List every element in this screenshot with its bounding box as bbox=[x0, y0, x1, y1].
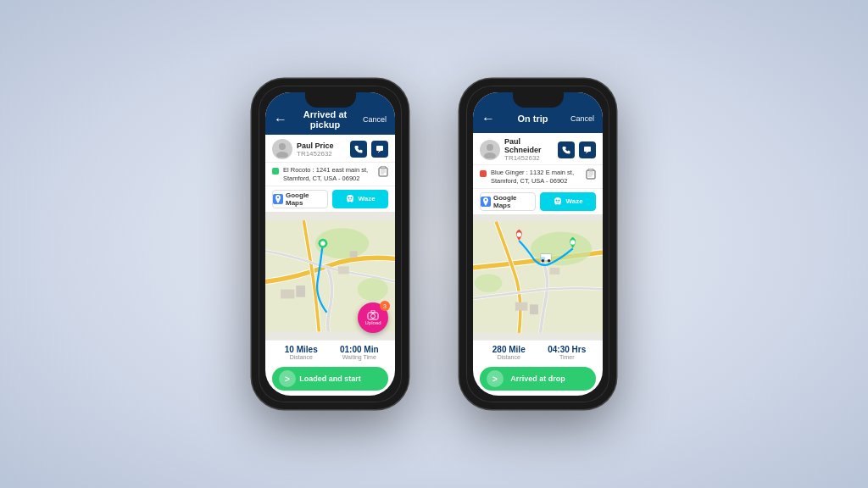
svg-rect-2 bbox=[376, 146, 383, 151]
user-actions-1 bbox=[350, 141, 388, 158]
distance-stat-1: 10 Miles Distance bbox=[272, 345, 331, 360]
user-name-1: Paul Price bbox=[297, 141, 350, 150]
google-maps-button-2[interactable]: Google Maps bbox=[480, 192, 536, 211]
svg-point-16 bbox=[358, 278, 388, 301]
svg-rect-20 bbox=[350, 251, 358, 257]
svg-point-27 bbox=[484, 152, 496, 158]
upload-button-1[interactable]: 3 Upload bbox=[358, 302, 388, 333]
svg-rect-45 bbox=[550, 267, 560, 274]
action-button-2[interactable]: > Arrived at drop bbox=[480, 367, 596, 391]
svg-point-50 bbox=[542, 258, 545, 262]
clipboard-icon-2 bbox=[586, 169, 596, 182]
trip-id-1: TR1452632 bbox=[297, 150, 350, 158]
svg-rect-4 bbox=[381, 166, 386, 169]
svg-rect-28 bbox=[584, 147, 591, 152]
svg-rect-19 bbox=[338, 266, 349, 274]
svg-rect-18 bbox=[296, 286, 305, 297]
message-icon-2[interactable] bbox=[579, 141, 596, 158]
action-button-1[interactable]: > Loaded and start bbox=[272, 367, 388, 391]
user-actions-2 bbox=[558, 141, 596, 158]
notch-2 bbox=[513, 92, 564, 108]
map-buttons-2: Google Maps Waze bbox=[473, 189, 603, 214]
waze-button-1[interactable]: Waze bbox=[332, 190, 388, 208]
svg-point-24 bbox=[371, 314, 376, 319]
waze-label-1: Waze bbox=[358, 195, 375, 202]
svg-point-38 bbox=[556, 199, 558, 201]
location-dot-1 bbox=[272, 168, 279, 175]
action-label-2: Arrived at drop bbox=[510, 374, 565, 383]
svg-rect-30 bbox=[588, 169, 593, 171]
distance-stat-2: 280 Mile Distance bbox=[480, 345, 538, 360]
cancel-button-2[interactable]: Cancel bbox=[570, 114, 594, 123]
screen-title-1: Arrived at pickup bbox=[287, 109, 363, 130]
svg-point-26 bbox=[487, 144, 493, 151]
waze-label-2: Waze bbox=[565, 197, 582, 205]
svg-point-0 bbox=[279, 143, 286, 150]
map-area-2[interactable] bbox=[473, 214, 603, 341]
phone-1: ← Arrived at pickup Cancel Paul Price TR… bbox=[252, 79, 409, 409]
back-button-1[interactable]: ← bbox=[274, 112, 287, 127]
phone-icon-2[interactable] bbox=[558, 141, 575, 158]
location-row-2: Blue Ginger : 1132 E main st, Stamford, … bbox=[473, 165, 603, 189]
cancel-button-1[interactable]: Cancel bbox=[363, 115, 387, 124]
map-buttons-1: Google Maps Waze bbox=[265, 186, 395, 212]
svg-point-46 bbox=[517, 232, 521, 236]
svg-point-13 bbox=[351, 197, 353, 198]
svg-rect-44 bbox=[530, 304, 538, 314]
waze-icon-2 bbox=[553, 197, 563, 207]
google-maps-label-2: Google Maps bbox=[493, 194, 535, 209]
waze-icon-1 bbox=[345, 194, 355, 204]
clipboard-icon-1 bbox=[378, 166, 388, 180]
phone-screen-2: ← On trip Cancel Paul Schneider TR145263… bbox=[473, 92, 603, 396]
time-label-2: Timer bbox=[538, 354, 597, 360]
svg-point-42 bbox=[475, 274, 503, 292]
google-maps-icon-2 bbox=[481, 197, 491, 207]
svg-point-12 bbox=[348, 197, 350, 198]
user-info-2: Paul Schneider TR1452632 bbox=[473, 133, 603, 165]
time-value-1: 01:00 Min bbox=[331, 345, 389, 354]
action-arrow-2: > bbox=[487, 370, 504, 387]
location-row-1: El Rocoto : 1241 east main st, Stamford,… bbox=[265, 163, 395, 186]
user-details-2: Paul Schneider TR1452632 bbox=[504, 137, 558, 162]
google-maps-label-1: Google Maps bbox=[286, 191, 327, 207]
phone-icon-1[interactable] bbox=[350, 141, 367, 158]
distance-value-1: 10 Miles bbox=[272, 345, 331, 354]
google-maps-icon-1 bbox=[273, 194, 283, 204]
screen-title-2: On trip bbox=[495, 114, 570, 124]
svg-point-1 bbox=[276, 152, 288, 158]
upload-badge-1: 3 bbox=[380, 301, 390, 311]
location-text-1: El Rocoto : 1241 east main st, Stamford,… bbox=[283, 166, 375, 183]
svg-point-51 bbox=[548, 258, 551, 262]
time-value-2: 04:30 Hrs bbox=[538, 345, 597, 354]
phone-frame-1: ← Arrived at pickup Cancel Paul Price TR… bbox=[252, 79, 409, 409]
distance-label-2: Distance bbox=[480, 354, 538, 360]
distance-value-2: 280 Mile bbox=[480, 345, 538, 354]
time-label-1: Waiting Time bbox=[331, 354, 389, 360]
notch-1 bbox=[305, 92, 356, 108]
google-maps-button-1[interactable]: Google Maps bbox=[272, 190, 328, 208]
action-arrow-1: > bbox=[279, 370, 296, 387]
location-text-2: Blue Ginger : 1132 E main st, Stamford, … bbox=[491, 169, 582, 186]
message-icon-1[interactable] bbox=[371, 141, 388, 158]
back-button-2[interactable]: ← bbox=[481, 111, 495, 126]
phone-2: ← On trip Cancel Paul Schneider TR145263… bbox=[459, 79, 616, 409]
svg-rect-17 bbox=[281, 289, 294, 298]
user-info-1: Paul Price TR1452632 bbox=[265, 135, 395, 163]
map-area-1[interactable]: 3 Upload bbox=[265, 212, 395, 341]
svg-rect-43 bbox=[515, 302, 527, 310]
avatar-2 bbox=[480, 140, 500, 160]
svg-point-39 bbox=[559, 199, 560, 201]
time-stat-2: 04:30 Hrs Timer bbox=[538, 345, 597, 360]
distance-label-1: Distance bbox=[272, 354, 331, 360]
svg-point-22 bbox=[320, 241, 325, 245]
time-stat-1: 01:00 Min Waiting Time bbox=[331, 345, 389, 360]
trip-id-2: TR1452632 bbox=[504, 154, 558, 162]
phone-frame-2: ← On trip Cancel Paul Schneider TR145263… bbox=[459, 79, 616, 409]
waze-button-2[interactable]: Waze bbox=[540, 192, 596, 211]
user-details-1: Paul Price TR1452632 bbox=[297, 141, 350, 158]
action-label-1: Loaded and start bbox=[299, 374, 361, 383]
stats-row-1: 10 Miles Distance 01:00 Min Waiting Time bbox=[265, 340, 395, 364]
stats-row-2: 280 Mile Distance 04:30 Hrs Timer bbox=[473, 340, 603, 364]
location-dot-2 bbox=[480, 170, 487, 177]
user-name-2: Paul Schneider bbox=[504, 137, 558, 154]
